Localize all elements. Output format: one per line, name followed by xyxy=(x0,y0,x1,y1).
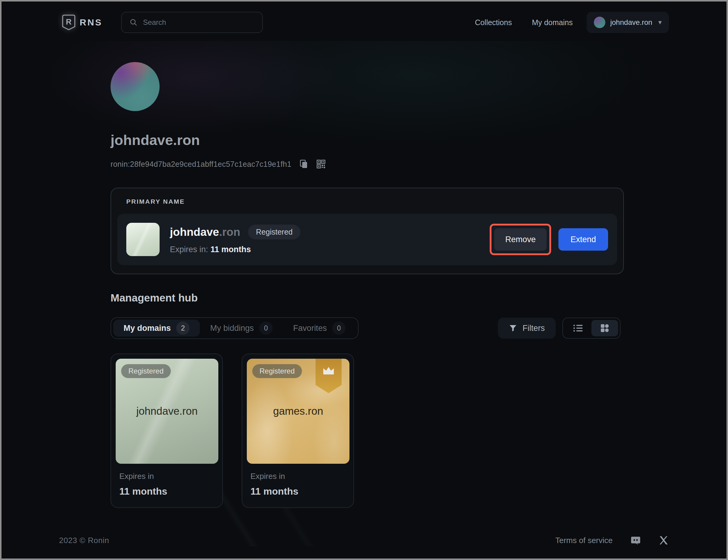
registered-badge: Registered xyxy=(121,364,171,378)
search-input[interactable] xyxy=(143,18,254,27)
list-view-icon xyxy=(573,324,583,332)
remove-button[interactable]: Remove xyxy=(494,228,547,251)
logo-text: RNS xyxy=(80,17,102,28)
main-content: johndave.ron ronin:28fe94d7ba2e9ced1abff… xyxy=(2,62,726,508)
chevron-down-icon: ▾ xyxy=(658,18,662,26)
wallet-address-row: ronin:28fe94d7ba2e9ced1abff1ec57c1eac7c1… xyxy=(111,159,620,169)
primary-name-row: johndave.ron Registered Expires in:11 mo… xyxy=(117,214,617,265)
domain-card-johndave[interactable]: Registered johndave.ron Expires in 11 mo… xyxy=(111,353,223,508)
qr-code-icon xyxy=(316,159,326,169)
grid-view-icon xyxy=(600,323,609,333)
account-name: johndave.ron xyxy=(610,18,652,27)
primary-expiry-value: 11 months xyxy=(210,245,251,254)
qr-code-button[interactable] xyxy=(316,159,326,169)
list-view-button[interactable] xyxy=(565,320,591,336)
primary-domain-info: johndave.ron Registered Expires in:11 mo… xyxy=(170,225,300,254)
copy-address-button[interactable] xyxy=(299,159,308,169)
search-bar[interactable] xyxy=(121,12,263,33)
remove-annotation-box: Remove xyxy=(490,224,551,255)
tab-favorites-count: 0 xyxy=(332,321,346,335)
filter-funnel-icon xyxy=(509,324,517,332)
domain-tile: Registered johndave.ron xyxy=(116,359,218,464)
search-icon xyxy=(130,18,137,26)
primary-expiry: Expires in:11 months xyxy=(170,245,300,254)
management-hub-title: Management hub xyxy=(111,292,620,304)
hub-tabbar: My domains 2 My biddings 0 Favorites 0 xyxy=(111,317,359,339)
hub-controls: My domains 2 My biddings 0 Favorites 0 xyxy=(111,317,620,339)
copy-icon xyxy=(299,159,308,169)
domain-tile-name: johndave.ron xyxy=(116,405,218,417)
app-window: R RNS Collections My domains johndave.ro… xyxy=(0,0,728,560)
nav-my-domains[interactable]: My domains xyxy=(532,18,573,27)
account-menu[interactable]: johndave.ron ▾ xyxy=(587,12,669,33)
wallet-address: ronin:28fe94d7ba2e9ced1abff1ec57c1eac7c1… xyxy=(111,160,291,169)
domain-card-grid: Registered johndave.ron Expires in 11 mo… xyxy=(111,353,620,508)
discord-icon xyxy=(630,535,641,546)
svg-text:R: R xyxy=(66,17,72,26)
terms-of-service-link[interactable]: Terms of service xyxy=(555,536,613,545)
x-twitter-icon xyxy=(659,535,669,545)
primary-name-label: PRIMARY NAME xyxy=(117,198,617,205)
expires-label: Expires in xyxy=(119,472,214,481)
hub-right-controls: Filters xyxy=(498,317,621,339)
nav-links: Collections My domains xyxy=(475,18,573,27)
rns-shield-icon: R xyxy=(62,15,75,30)
domain-card-games[interactable]: Registered games.ron Expires in 11 month… xyxy=(242,353,354,508)
domain-card-meta: Expires in 11 months xyxy=(247,464,349,497)
filters-button[interactable]: Filters xyxy=(498,317,556,339)
account-avatar xyxy=(594,17,605,28)
registered-badge: Registered xyxy=(252,364,302,378)
tab-my-domains[interactable]: My domains 2 xyxy=(113,320,200,336)
view-toggle xyxy=(562,317,620,339)
extend-button[interactable]: Extend xyxy=(558,228,608,251)
expires-label: Expires in xyxy=(250,472,345,481)
primary-actions: Remove Extend xyxy=(490,224,608,255)
nav-collections[interactable]: Collections xyxy=(475,18,512,27)
rns-logo[interactable]: R RNS xyxy=(62,15,102,30)
domain-tile-name: games.ron xyxy=(247,405,349,417)
copyright-text: 2023 © Ronin xyxy=(59,536,109,545)
profile-title: johndave.ron xyxy=(111,132,620,148)
footer-links: Terms of service xyxy=(555,535,669,546)
footer: 2023 © Ronin Terms of service xyxy=(59,531,669,549)
discord-link[interactable] xyxy=(630,535,641,546)
tab-my-domains-count: 2 xyxy=(176,321,190,335)
expires-value: 11 months xyxy=(119,486,214,497)
grid-view-button[interactable] xyxy=(591,320,618,336)
primary-domain-thumbnail xyxy=(126,223,160,256)
primary-domain-tld: .ron xyxy=(219,226,240,238)
primary-name-section: PRIMARY NAME johndave.ron Registered Exp… xyxy=(111,188,624,274)
x-twitter-link[interactable] xyxy=(659,535,669,545)
registered-badge: Registered xyxy=(248,225,300,240)
crown-icon xyxy=(322,365,335,393)
top-navbar: R RNS Collections My domains johndave.ro… xyxy=(2,2,726,43)
profile-avatar xyxy=(111,62,160,111)
domain-tile: Registered games.ron xyxy=(247,359,349,464)
tab-my-biddings-count: 0 xyxy=(259,321,273,335)
expires-value: 11 months xyxy=(250,486,345,497)
tab-my-biddings[interactable]: My biddings 0 xyxy=(200,320,283,336)
tab-favorites[interactable]: Favorites 0 xyxy=(283,320,356,336)
premium-crown-badge xyxy=(316,359,342,393)
primary-domain-name: johndave.ron xyxy=(170,226,240,239)
domain-card-meta: Expires in 11 months xyxy=(116,464,218,497)
